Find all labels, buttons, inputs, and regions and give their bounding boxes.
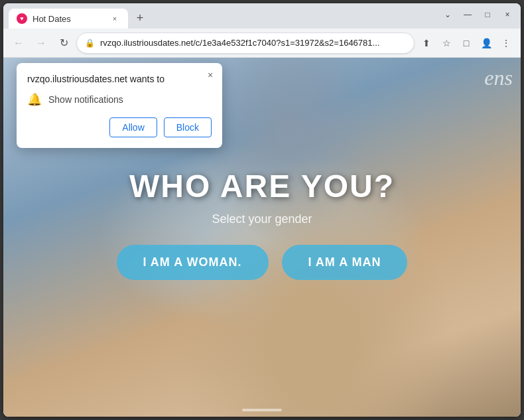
watermark-text: ens bbox=[484, 66, 513, 90]
chevron-down-icon[interactable]: ⌄ bbox=[440, 7, 456, 23]
allow-button[interactable]: Allow bbox=[109, 117, 157, 137]
browser-toolbar: ← → ↻ 🔒 rvzqo.ilustriousdates.net/c/1e3a… bbox=[3, 29, 521, 58]
website-background: ens WHO ARE YOU? Select your gender I AM… bbox=[3, 58, 521, 417]
popup-close-button[interactable]: × bbox=[204, 68, 217, 82]
bookmark-icon[interactable]: ☆ bbox=[437, 34, 456, 52]
tab-close-button[interactable]: × bbox=[109, 13, 120, 24]
active-tab[interactable]: ♥ Hot Dates × bbox=[9, 9, 128, 29]
bell-icon: 🔔 bbox=[27, 92, 42, 107]
address-bar[interactable]: 🔒 rvzqo.ilustriousdates.net/c/1e3a4e532f… bbox=[76, 33, 415, 54]
page-content: ens WHO ARE YOU? Select your gender I AM… bbox=[3, 58, 521, 417]
window-controls: ⌄ — □ × bbox=[440, 7, 515, 23]
extension-icon[interactable]: □ bbox=[457, 34, 476, 52]
tab-favicon: ♥ bbox=[17, 13, 27, 24]
woman-button[interactable]: I AM A WOMAN. bbox=[117, 245, 269, 280]
permission-text: Show notifications bbox=[48, 94, 123, 105]
tab-title: Hot Dates bbox=[33, 14, 104, 24]
permission-row: 🔔 Show notifications bbox=[27, 92, 212, 107]
menu-icon[interactable]: ⋮ bbox=[497, 34, 515, 52]
browser-window: ♥ Hot Dates × + ⌄ — □ × ← → ↻ 🔒 rvzqo.il… bbox=[3, 3, 521, 417]
profile-icon[interactable]: 👤 bbox=[477, 34, 495, 52]
scroll-indicator bbox=[242, 409, 282, 411]
page-heading: WHO ARE YOU? bbox=[117, 168, 408, 204]
maximize-button[interactable]: □ bbox=[480, 7, 495, 23]
toolbar-actions: ⬆ ☆ □ 👤 ⋮ bbox=[417, 34, 515, 52]
popup-action-buttons: Allow Block bbox=[27, 117, 212, 137]
close-window-button[interactable]: × bbox=[499, 7, 515, 23]
back-button[interactable]: ← bbox=[9, 33, 29, 53]
forward-button[interactable]: → bbox=[31, 33, 51, 53]
gender-button-group: I AM A WOMAN. I AM A MAN bbox=[117, 245, 408, 280]
refresh-button[interactable]: ↻ bbox=[54, 33, 74, 53]
page-subheading: Select your gender bbox=[117, 212, 408, 226]
new-tab-button[interactable]: + bbox=[131, 9, 149, 27]
page-main-content: WHO ARE YOU? Select your gender I AM A W… bbox=[117, 168, 408, 280]
man-button[interactable]: I AM A MAN bbox=[282, 245, 408, 280]
security-lock-icon: 🔒 bbox=[85, 38, 95, 48]
minimize-button[interactable]: — bbox=[460, 7, 476, 23]
tab-area: ♥ Hot Dates × + bbox=[9, 3, 437, 29]
url-display: rvzqo.ilustriousdates.net/c/1e3a4e532f1c… bbox=[100, 38, 406, 48]
block-button[interactable]: Block bbox=[164, 117, 212, 137]
popup-title: rvzqo.ilustriousdates.net wants to bbox=[27, 74, 212, 84]
title-bar: ♥ Hot Dates × + ⌄ — □ × bbox=[3, 3, 521, 29]
notification-permission-popup: rvzqo.ilustriousdates.net wants to × 🔔 S… bbox=[17, 63, 222, 148]
share-icon[interactable]: ⬆ bbox=[417, 34, 436, 52]
